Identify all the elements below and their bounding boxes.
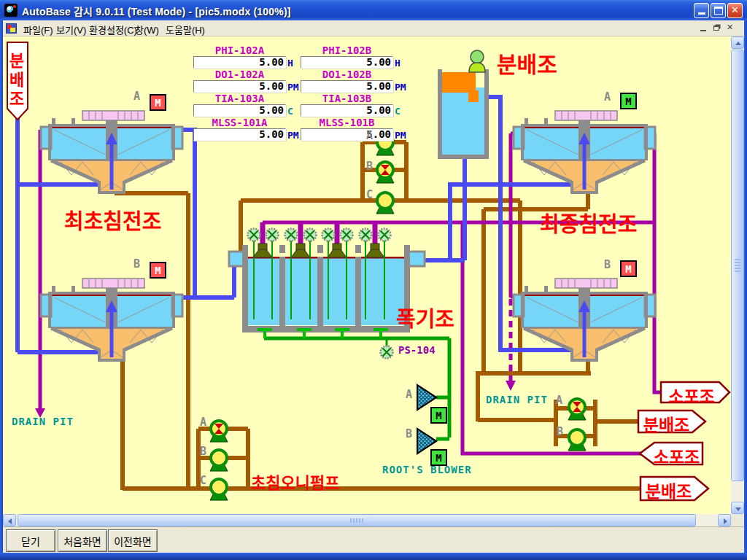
value-do1-102b: 5.00 <box>301 80 393 93</box>
app-icon <box>4 4 18 17</box>
unit-mlss-101a: PM <box>287 130 299 141</box>
home-screen-button[interactable]: 처음화면 <box>58 529 107 552</box>
value-phi-102a: 5.00 <box>193 56 286 69</box>
drain-pit-left-label: DRAIN PIT <box>12 416 74 427</box>
bottom-toolbar: 닫기 처음화면 이전화면 <box>3 526 744 553</box>
aeration-air-valves[interactable] <box>248 229 391 241</box>
letter-blower-b: B <box>406 427 412 440</box>
aeration-tank <box>229 245 425 332</box>
letter-primary-b: B <box>133 257 140 271</box>
scroll-left-button[interactable] <box>3 514 16 526</box>
close-screen-button[interactable]: 닫기 <box>6 529 55 552</box>
final-clarifier-label: 최종침전조 <box>540 207 637 238</box>
value-mlss-101a: 5.00 <box>193 128 286 141</box>
letter-center-pump-b: B <box>366 160 373 173</box>
drain-pit-right-label: DRAIN PIT <box>486 394 548 405</box>
letter-center-pump-a: A <box>366 129 373 142</box>
scroll-up-button[interactable] <box>731 36 744 49</box>
mdi-close-button[interactable]: ✕ <box>724 23 736 34</box>
mdi-minimize-icon <box>700 30 706 31</box>
letter-transfer-pump-b: B <box>557 425 563 438</box>
defoam-arrow-1-label: 소포조 <box>662 383 721 408</box>
unit-phi-102a: H <box>287 58 293 69</box>
motor-blower-b[interactable]: M <box>430 449 447 466</box>
menu-window[interactable]: 창(W) <box>135 23 159 36</box>
value-tia-103b: 5.00 <box>301 104 393 117</box>
dist-label-top: 분배조 <box>497 47 557 79</box>
menu-bar: 파일(F) 보기(V) 환경설정(C) 창(W) 도움말(H) ✕ <box>3 20 744 36</box>
final-clarifier-a <box>514 111 655 194</box>
dist-arrow-2-label: 분배조 <box>639 411 694 436</box>
ps-104-label: PS-104 <box>398 344 436 356</box>
unit-do1-102b: PM <box>395 82 406 93</box>
maximize-button[interactable] <box>711 3 726 18</box>
primary-clarifier-a <box>41 111 182 194</box>
letter-transfer-pump-a: A <box>556 394 562 407</box>
value-phi-102b: 5.00 <box>301 56 393 69</box>
letter-final-b: B <box>604 258 611 271</box>
aeration-tank-label: 폭기조 <box>396 302 454 332</box>
scroll-down-button[interactable] <box>731 502 744 514</box>
unit-mlss-101b: PM <box>395 130 406 141</box>
minimize-button[interactable] <box>694 3 709 18</box>
roots-blower-label: ROOT'S BLOWER <box>382 464 472 475</box>
value-mlss-101b: 5.00 <box>301 128 393 141</box>
close-button[interactable]: ✕ <box>727 3 743 18</box>
tag-phi-102a: PHI-102A <box>193 44 286 56</box>
document-icon[interactable] <box>6 23 17 34</box>
letter-final-a: A <box>604 90 611 104</box>
menu-view[interactable]: 보기(V) <box>56 23 86 36</box>
mdi-restore-icon <box>713 26 719 31</box>
mdi-minimize-button[interactable] <box>697 23 710 34</box>
mdi-close-icon: ✕ <box>724 23 736 32</box>
arrow-up-icon <box>735 42 741 45</box>
motor-primary-b[interactable]: M <box>150 262 166 279</box>
minimize-icon <box>698 12 705 15</box>
letter-sludge-pump-b: B <box>200 445 206 458</box>
unit-tia-103a: C <box>287 106 293 117</box>
window-border-bottom <box>0 553 747 560</box>
sludge-pump-label: 초침오니펌프 <box>251 470 339 493</box>
vertical-scroll-thumb[interactable] <box>731 50 744 481</box>
person-body <box>469 63 485 72</box>
menu-help[interactable]: 도움말(H) <box>166 23 205 36</box>
arrow-left-icon <box>8 518 12 524</box>
scroll-right-button[interactable] <box>718 514 731 526</box>
valve-ps-104[interactable] <box>381 346 393 359</box>
scum-pump-group-center[interactable] <box>376 134 394 214</box>
previous-screen-button[interactable]: 이전화면 <box>108 529 158 552</box>
primary-clarifier-label: 최초침전조 <box>64 204 161 235</box>
motor-blower-a[interactable]: M <box>430 407 447 424</box>
arrow-right-icon <box>724 518 727 524</box>
motor-final-b[interactable]: M <box>620 260 637 277</box>
tag-tia-103b: TIA-103B <box>301 93 393 104</box>
letter-center-pump-c: C <box>366 188 373 201</box>
autobase-window: AutoBase 감시 9.0.11 (Test Mode) - [pic5.m… <box>0 0 747 560</box>
transfer-pump-group-right[interactable] <box>568 399 586 451</box>
value-do1-102a: 5.00 <box>193 80 286 93</box>
drain-arrow-right <box>506 381 516 391</box>
tag-mlss-101a: MLSS-101A <box>193 117 286 128</box>
arrow-down-icon <box>735 508 741 511</box>
title-bar[interactable]: AutoBase 감시 9.0.11 (Test Mode) - [pic5.m… <box>0 0 747 20</box>
unit-phi-102b: H <box>395 58 400 69</box>
unit-do1-102a: PM <box>287 82 299 93</box>
window-title: AutoBase 감시 9.0.11 (Test Mode) - [pic5.m… <box>22 4 291 18</box>
horizontal-scroll-thumb[interactable] <box>18 514 696 526</box>
menu-file[interactable]: 파일(F) <box>23 23 53 36</box>
thumb-grip <box>350 518 363 523</box>
letter-primary-a: A <box>133 90 140 103</box>
letter-blower-a: A <box>406 388 412 401</box>
sludge-pump-group-left[interactable] <box>210 421 228 500</box>
thumb-grip <box>735 259 740 272</box>
letter-sludge-pump-a: A <box>200 416 206 429</box>
tag-tia-103a: TIA-103A <box>193 93 286 104</box>
motor-final-a[interactable]: M <box>620 93 637 109</box>
window-border-right <box>744 20 747 553</box>
mdi-restore-button[interactable] <box>711 23 723 34</box>
value-tia-103a: 5.00 <box>193 104 286 117</box>
tag-mlss-101b: MLSS-101B <box>301 117 393 128</box>
tag-do1-102b: DO1-102B <box>301 69 393 80</box>
motor-primary-a[interactable]: M <box>150 94 166 111</box>
menu-settings[interactable]: 환경설정(C) <box>89 23 137 36</box>
